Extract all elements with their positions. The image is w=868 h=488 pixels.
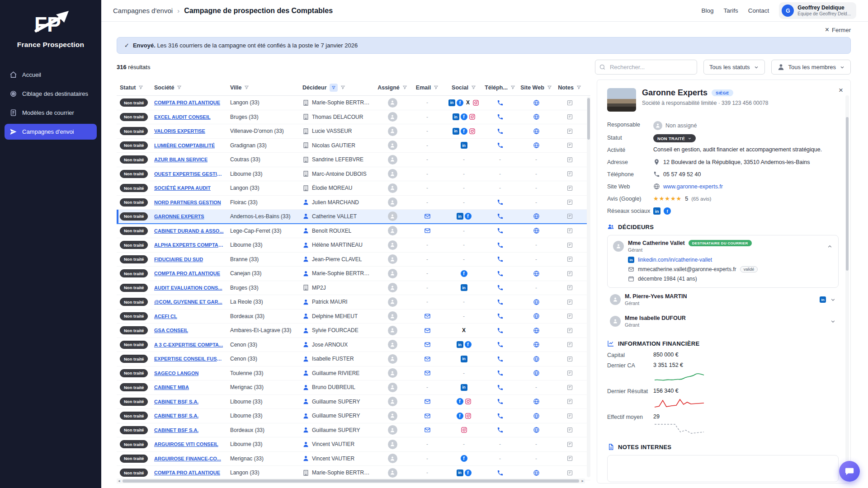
top-link-tarifs[interactable]: Tarifs: [724, 7, 738, 14]
column-header-t-l-ph[interactable]: Téléph...: [483, 84, 517, 91]
phone-icon[interactable]: [497, 469, 504, 476]
phone-icon[interactable]: [497, 256, 504, 263]
table-row[interactable]: Non traité GSA CONSEIL Ambares-Et-Lagrav…: [117, 324, 590, 338]
table-row[interactable]: Non traité COMPTA PRO ATLANTIQUE Canejan…: [117, 267, 590, 281]
linkedin-icon[interactable]: in: [448, 99, 455, 106]
facebook-icon[interactable]: f: [457, 398, 463, 405]
phone-icon[interactable]: [497, 99, 504, 106]
assignee-avatar[interactable]: [388, 127, 397, 136]
filter-icon[interactable]: [434, 85, 439, 90]
sidebar-item-1[interactable]: Ciblage des destinataires: [5, 86, 97, 102]
company-link[interactable]: NORD PARTNERS GESTION: [154, 200, 221, 205]
instagram-icon[interactable]: [472, 99, 479, 106]
sidebar-item-3[interactable]: Campagnes d'envoi: [5, 124, 97, 140]
table-row[interactable]: Non traité CABINET DURAND & ASSO... Lege…: [117, 224, 590, 239]
company-link[interactable]: ALPHA EXPERTS COMPTAB...: [154, 242, 224, 248]
table-row[interactable]: Non traité @COM, GUYENNE ET GAR... La Re…: [117, 295, 590, 310]
table-row[interactable]: Non traité EXPERTISE CONSEIL FUSTE... Ce…: [117, 352, 590, 366]
company-link[interactable]: OUEST EXPERTISE GESTION: [154, 171, 224, 177]
company-link[interactable]: SOCIÉTÉ KAPPA AUDIT: [154, 185, 211, 191]
table-row[interactable]: Non traité LUMIÈRE COMPTABILITÉ Gradigna…: [117, 139, 590, 153]
facebook-icon[interactable]: f: [461, 455, 467, 462]
column-header-notes[interactable]: Notes: [555, 84, 584, 91]
scroll-left-icon[interactable]: ◂: [118, 479, 120, 483]
filter-icon[interactable]: [510, 85, 515, 90]
scrollbar-thumb[interactable]: [846, 117, 849, 271]
table-row[interactable]: Non traité VALORIS EXPERTISE Villenave-D…: [117, 124, 590, 139]
assignee-avatar[interactable]: [388, 454, 397, 463]
notes-icon[interactable]: [566, 156, 573, 163]
notes-icon[interactable]: [566, 256, 573, 263]
assignee-avatar[interactable]: [388, 183, 397, 193]
scrollbar-thumb[interactable]: [123, 479, 580, 483]
phone-icon[interactable]: [497, 299, 504, 305]
assignee-avatar[interactable]: [388, 326, 397, 335]
instagram-icon[interactable]: [465, 413, 472, 419]
notes-icon[interactable]: [566, 441, 573, 448]
phone-icon[interactable]: [497, 113, 504, 120]
assignee-avatar[interactable]: [388, 368, 397, 378]
filter-icon[interactable]: [177, 85, 182, 90]
chevron-down-icon[interactable]: [830, 319, 836, 324]
website-icon[interactable]: [533, 227, 540, 234]
company-link[interactable]: ARGUIROSE FINANCE-CO...: [154, 456, 221, 461]
filter-icon[interactable]: [138, 85, 143, 90]
x-icon[interactable]: X: [465, 99, 471, 106]
filter-icon[interactable]: [340, 85, 345, 90]
company-link[interactable]: GARONNE EXPERTS: [154, 214, 204, 219]
table-row[interactable]: Non traité FIDUCIAIRE DU SUD Branne (33)…: [117, 253, 590, 267]
notes-icon[interactable]: [566, 370, 573, 376]
breadcrumb-root[interactable]: Campagnes d'envoi: [113, 7, 173, 14]
logo[interactable]: FP France Prospection: [0, 0, 101, 51]
company-link[interactable]: AZUR BILAN SERVICE: [154, 157, 208, 162]
chevron-down-icon[interactable]: [830, 297, 836, 303]
facebook-icon[interactable]: f: [461, 128, 467, 135]
notes-icon[interactable]: [566, 327, 573, 334]
column-header-ville[interactable]: Ville: [227, 84, 299, 91]
company-link[interactable]: GSA CONSEIL: [154, 328, 188, 333]
chevron-up-icon[interactable]: [827, 244, 833, 249]
website-link[interactable]: www.garonne-experts.fr: [663, 183, 723, 190]
phone-icon[interactable]: [497, 313, 504, 319]
assignee-avatar[interactable]: [388, 440, 397, 449]
decider-card-expanded[interactable]: Mme Catherine ValletDESTINATAIRE DU COUR…: [607, 235, 839, 288]
company-link[interactable]: ARGUIROSE VITI CONSEIL: [154, 441, 218, 447]
linkedin-icon[interactable]: in: [461, 356, 467, 362]
company-link[interactable]: CABINET BSF S.A.: [154, 427, 198, 433]
assignee-avatar[interactable]: [388, 340, 397, 349]
website-icon[interactable]: [533, 413, 540, 419]
phone-icon[interactable]: [497, 284, 504, 291]
website-icon[interactable]: [533, 128, 540, 135]
notes-icon[interactable]: [566, 170, 573, 177]
sidebar-item-0[interactable]: Accueil: [5, 67, 97, 83]
table-row[interactable]: Non traité COMPTA PRO ATLANTIQUE Langon …: [117, 96, 590, 110]
email-icon[interactable]: [424, 398, 431, 405]
detail-scrollbar[interactable]: [845, 95, 849, 479]
instagram-icon[interactable]: [465, 398, 472, 405]
facebook-icon[interactable]: f: [465, 341, 472, 348]
assignee-avatar[interactable]: [388, 354, 397, 364]
phone-icon[interactable]: [497, 242, 504, 249]
filter-icon[interactable]: [402, 85, 407, 90]
table-row[interactable]: Non traité NORD PARTNERS GESTION Floirac…: [117, 196, 590, 210]
notes-icon[interactable]: [566, 128, 573, 135]
notes-icon[interactable]: [566, 142, 573, 149]
email-icon[interactable]: [424, 213, 431, 220]
email-icon[interactable]: [424, 341, 431, 348]
status-filter-dropdown[interactable]: Tous les statuts: [703, 60, 765, 75]
members-filter-dropdown[interactable]: Tous les membres: [771, 60, 851, 75]
column-header-social[interactable]: Social: [445, 84, 483, 91]
instagram-icon[interactable]: [461, 427, 467, 433]
table-row[interactable]: Non traité OUEST EXPERTISE GESTION Libou…: [117, 167, 590, 182]
company-link[interactable]: CABINET MBA: [154, 385, 189, 390]
company-link[interactable]: COMPTA PRO ATLANTIQUE: [154, 470, 220, 475]
notes-icon[interactable]: [566, 455, 573, 462]
assignee-avatar[interactable]: [388, 397, 397, 406]
status-dropdown[interactable]: NON TRAITÉ: [653, 134, 696, 142]
filter-icon[interactable]: [471, 85, 476, 90]
table-row[interactable]: Non traité SAGECO LANGON Toulenne (33) G…: [117, 366, 590, 381]
scroll-right-icon[interactable]: ▸: [581, 479, 584, 483]
table-row[interactable]: Non traité CABINET MBA Merignac (33) Bru…: [117, 380, 590, 395]
website-icon[interactable]: [533, 370, 540, 376]
website-icon[interactable]: [533, 341, 540, 348]
